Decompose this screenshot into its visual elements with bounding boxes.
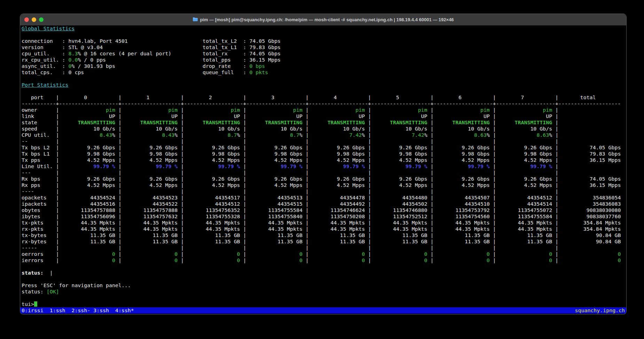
cell-value: 11.35 GB — [371, 232, 427, 238]
zoom-button[interactable] — [39, 17, 44, 22]
cell-value: 11354755584 — [246, 207, 303, 213]
cell-value: 11354754560 — [433, 213, 489, 220]
cell-value: TRANSMITTING — [496, 119, 552, 126]
cell-value: 11354756096 — [59, 213, 115, 220]
cell-value: TRANSMITTING — [246, 119, 303, 126]
cell-value: UP — [246, 113, 303, 119]
cell-value: 4.52 Mpps — [59, 157, 115, 163]
tmux-window-3-ssh[interactable]: 3:ssh — [93, 307, 109, 314]
cell-value: 44354510 — [433, 201, 489, 207]
cell-value: 10 Gb/s — [246, 126, 303, 132]
cell-value: 4.52 Mpps — [433, 182, 489, 188]
cell-value: pim — [371, 107, 427, 113]
row-label: CPU util. — [22, 132, 56, 138]
cell-value: 0 — [59, 257, 115, 263]
table-separator-row: -----------+-------------------+--------… — [22, 101, 625, 107]
cell-value: 11354755328 — [184, 213, 240, 220]
cell-value: 9.26 Gbps — [59, 144, 115, 151]
cell-value: 0 — [184, 257, 240, 263]
cell-value: 0 — [309, 257, 365, 263]
table-row-ipackets: ipackets | 44354516 | 44354522 | 4435451… — [22, 201, 625, 207]
cell-value: 9.98 Gbps — [496, 151, 552, 157]
tmux-window-2-ssh[interactable]: 2:ssh- — [71, 307, 90, 314]
cell-value: 44354512 — [496, 195, 552, 201]
cell-value: 9.26 Gbps — [59, 176, 115, 182]
stat-value: 74.05 Gbps — [249, 38, 281, 44]
cell-value: 9.26 Gbps — [184, 176, 240, 182]
cell-value: 44.35 Mpkts — [121, 226, 178, 232]
stat-label: connection : — [22, 38, 68, 44]
cell-value: 99.79 % — [121, 163, 178, 170]
cell-value: 44354523 — [121, 195, 178, 201]
close-button[interactable] — [24, 17, 29, 22]
table-row-sep: -- | | | | | | | | | — [22, 138, 625, 144]
cell-value: 9.26 Gbps — [309, 176, 365, 182]
cell-value: 10 Gb/s — [496, 126, 552, 132]
cell-value: UP — [121, 113, 178, 119]
stat-value: 0 cps — [68, 69, 84, 76]
cell-value: 44354507 — [433, 195, 489, 201]
row-label: state — [22, 119, 56, 126]
cell-value: 9.98 Gbps — [246, 151, 303, 157]
cell-value: 11.35 GB — [309, 238, 365, 245]
stat-label: rx_cpu_util. : — [22, 57, 68, 63]
table-row-owner: owner | pim | pim | pim | pim | pim | pi… — [22, 107, 625, 113]
row-label: Line Util. — [22, 163, 56, 170]
cell-value: 9.98 Gbps — [121, 151, 178, 157]
table-row-rx-bps: Rx bps | 9.26 Gbps | 9.26 Gbps | 9.26 Gb… — [22, 176, 625, 182]
stat-label: async_util. : — [22, 63, 68, 69]
cell-value: 11.35 GB — [433, 238, 489, 245]
cell-value: 9.26 Gbps — [496, 144, 552, 151]
cell-value: pim — [496, 107, 552, 113]
stat-value: 8.3 — [68, 50, 78, 57]
cell-value: 0 — [246, 257, 303, 263]
table-row-state: state | TRANSMITTING | TRANSMITTING | TR… — [22, 119, 625, 126]
desktop-background: pim — [mosh] pim@squanchy.ipng.ch: /home… — [0, 0, 644, 339]
tmux-window-0-irssi[interactable]: 0:irssi — [22, 307, 44, 314]
cell-value: 44.35 Mpkts — [309, 220, 365, 226]
cell-value: 0 — [371, 251, 427, 257]
cell-value: 11354752512 — [371, 213, 427, 220]
cell-value: 11354746624 — [309, 207, 365, 213]
cell-value: UP — [184, 113, 240, 119]
cell-value: 11354750208 — [309, 213, 365, 220]
tmux-window-4-ssh[interactable]: 4:ssh* — [115, 307, 134, 314]
row-label: ierrors — [22, 257, 56, 263]
global-stat-drop-rate: drop_rate : 0 bps — [203, 63, 281, 69]
status-spinner: | — [44, 270, 53, 276]
row-label: opackets — [22, 195, 56, 201]
prompt-line[interactable]: tui> — [22, 301, 625, 307]
row-label: rx-bytes — [22, 238, 56, 245]
cell-value: TRANSMITTING — [184, 119, 240, 126]
cell-value: pim — [309, 107, 365, 113]
cell-value: 4.52 Mpps — [309, 182, 365, 188]
stat-value: 0 pkts — [249, 69, 268, 76]
stat-value: % / 0 pps — [78, 57, 106, 63]
row-label: Rx pps — [22, 182, 56, 188]
cell-value: 44354502 — [371, 201, 427, 207]
cell-value: 4.52 Mpps — [433, 157, 489, 163]
cell-value: 11.35 GB — [496, 238, 552, 245]
cell-value: 4.52 Mpps — [184, 182, 240, 188]
cell-value: 11.35 GB — [371, 238, 427, 245]
cell-value: 44.35 Mpkts — [59, 226, 115, 232]
cell-value: UP — [309, 113, 365, 119]
table-row-ibytes: ibytes | 11354756096 | 11354757632 | 113… — [22, 213, 625, 220]
table-row-opackets: opackets | 44354524 | 44354523 | 4435451… — [22, 195, 625, 201]
stat-label: total_tx_L1 : — [203, 44, 249, 50]
cell-value: 11.35 GB — [246, 232, 303, 238]
cell-value: 11354755840 — [246, 213, 303, 220]
cell-value: 4.52 Mpps — [246, 182, 303, 188]
global-stat-total-cps: total_cps. : 0 cps — [22, 69, 203, 76]
tmux-window-1-ssh[interactable]: 1:ssh — [50, 307, 65, 314]
cell-value: 9.26 Gbps — [496, 176, 552, 182]
table-header-row: port | 0 | 1 | 2 | 3 | 4 | 5 | 6 | 7 | t… — [22, 94, 625, 101]
minimize-button[interactable] — [32, 17, 36, 22]
row-label: -- — [22, 138, 56, 144]
cell-value: 4.52 Mpps — [371, 157, 427, 163]
terminal-content: Global Statistics connection : hvn4.lab,… — [20, 25, 626, 314]
row-label: tx-bytes — [22, 232, 56, 238]
cell-value: 0 — [184, 251, 240, 257]
row-label: Tx pps — [22, 157, 56, 163]
cell-value: TRANSMITTING — [121, 119, 178, 126]
